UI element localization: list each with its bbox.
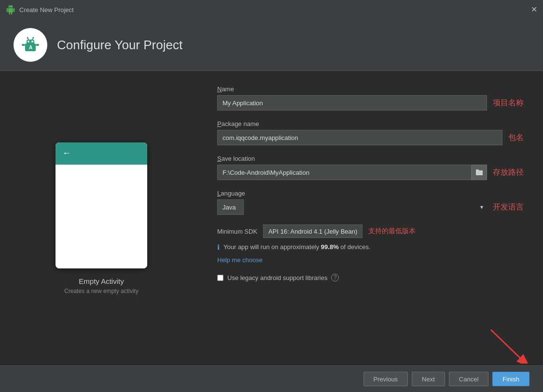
name-annotation: 项目名称 [493, 98, 524, 108]
package-annotation: 包名 [508, 133, 524, 143]
sdk-info-row: ℹ Your app will run on approximately 99.… [217, 243, 524, 252]
language-select[interactable]: Java Kotlin [217, 199, 244, 215]
language-row: Java Kotlin ▾ 开发语言 [217, 199, 524, 215]
preview-body [56, 165, 147, 268]
package-form-group: Package name 包名 [217, 120, 524, 145]
cancel-button[interactable]: Cancel [449, 372, 488, 386]
info-icon: ℹ [217, 243, 220, 251]
name-input[interactable] [217, 95, 487, 111]
activity-type-description: Creates a new empty activity [64, 288, 138, 294]
close-button[interactable]: ✕ [531, 6, 537, 14]
svg-rect-2 [27, 40, 34, 45]
title-bar-title: Create New Project [19, 6, 74, 14]
phone-preview: ← [56, 142, 147, 268]
package-input[interactable] [217, 130, 502, 145]
next-button[interactable]: Next [412, 372, 445, 386]
sdk-row: Minimum SDK API 16: Android 4.1 (Jelly B… [217, 224, 524, 238]
name-label: Name [217, 85, 524, 93]
legacy-support-label: Use legacy android support libraries [227, 274, 327, 281]
android-studio-logo: A [14, 28, 47, 62]
legacy-support-row: Use legacy android support libraries ? [217, 274, 524, 281]
package-label: Package name [217, 120, 524, 127]
footer: Previous Next Cancel Finish [0, 365, 543, 392]
save-location-row: 存放路径 [217, 165, 524, 180]
help-me-choose-link[interactable]: Help me choose [217, 256, 263, 264]
finish-button[interactable]: Finish [492, 372, 529, 386]
info-percent: 99.8% [321, 243, 339, 251]
package-row: 包名 [217, 130, 524, 145]
save-location-label: Save location [217, 155, 524, 162]
left-panel: ← Empty Activity Creates a new empty act… [0, 71, 203, 365]
info-text-after: of devices. [339, 243, 371, 251]
language-select-wrapper: Java Kotlin ▾ [217, 199, 487, 215]
android-icon [6, 5, 15, 14]
header: A Configure Your Project [0, 19, 543, 71]
browse-button[interactable] [472, 165, 487, 180]
main-content: ← Empty Activity Creates a new empty act… [0, 71, 543, 365]
name-form-group: Name 项目名称 [217, 85, 524, 111]
select-arrow-icon: ▾ [480, 204, 483, 210]
svg-point-8 [33, 37, 34, 39]
sdk-info-text: Your app will run on approximately 99.8%… [223, 243, 371, 252]
sdk-value: API 16: Android 4.1 (Jelly Bean) [263, 224, 362, 238]
info-text-before: Your app will run on approximately [223, 243, 321, 251]
preview-action-bar: ← [56, 142, 147, 165]
legacy-support-checkbox[interactable] [217, 275, 223, 281]
svg-point-3 [28, 41, 29, 42]
save-location-annotation: 存放路径 [493, 168, 524, 178]
svg-point-4 [31, 41, 33, 42]
svg-rect-9 [22, 44, 25, 46]
page-title: Configure Your Project [57, 38, 182, 53]
title-bar: Create New Project ✕ [0, 0, 543, 19]
save-location-input-group [217, 165, 487, 180]
svg-point-7 [27, 37, 28, 39]
folder-icon [475, 169, 483, 176]
legacy-support-help-icon[interactable]: ? [331, 274, 339, 281]
language-annotation: 开发语言 [493, 202, 524, 212]
title-bar-left: Create New Project [6, 5, 74, 14]
activity-type-label: Empty Activity [79, 277, 124, 285]
save-location-form-group: Save location 存放路径 [217, 155, 524, 180]
name-row: 项目名称 [217, 95, 524, 111]
logo-svg: A [18, 33, 42, 57]
svg-rect-10 [36, 44, 39, 46]
sdk-annotation: 支持的最低版本 [368, 227, 416, 236]
previous-button[interactable]: Previous [363, 372, 408, 386]
language-form-group: Language Java Kotlin ▾ 开发语言 [217, 190, 524, 215]
right-panel: Name 项目名称 Package name 包名 Save location [203, 71, 543, 365]
save-location-input[interactable] [217, 165, 472, 180]
language-label: Language [217, 190, 524, 197]
svg-text:A: A [29, 45, 32, 50]
sdk-label: Minimum SDK [217, 228, 257, 235]
sdk-form-group: Minimum SDK API 16: Android 4.1 (Jelly B… [217, 224, 524, 264]
